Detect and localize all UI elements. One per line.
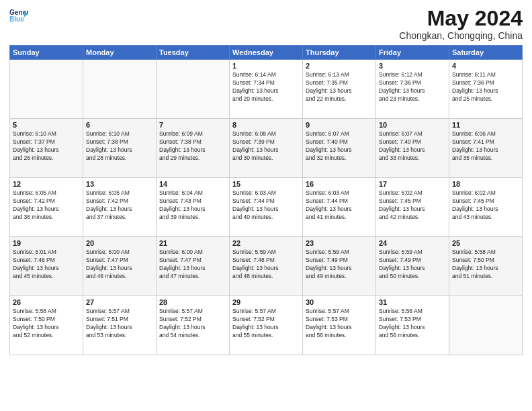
svg-text:Blue: Blue [9, 15, 24, 23]
day-number: 1 [232, 62, 300, 70]
day-info-text: Sunrise: 6:09 AM Sunset: 7:38 PM Dayligh… [159, 130, 226, 163]
day-info-text: Sunrise: 6:11 AM Sunset: 7:36 PM Dayligh… [452, 71, 519, 103]
day-info-text: Sunrise: 5:59 AM Sunset: 7:49 PM Dayligh… [379, 248, 446, 281]
day-number: 15 [232, 180, 300, 188]
day-cell-w3-d0: 19Sunrise: 6:01 AM Sunset: 7:46 PM Dayli… [10, 237, 83, 296]
day-number: 16 [306, 180, 373, 188]
col-thursday: Thursday [303, 46, 376, 60]
day-number: 29 [232, 298, 300, 306]
month-title: May 2024 [399, 7, 523, 30]
day-cell-w4-d1: 27Sunrise: 5:57 AM Sunset: 7:51 PM Dayli… [83, 296, 157, 355]
calendar-header-row: Sunday Monday Tuesday Wednesday Thursday… [10, 46, 523, 60]
day-number: 9 [306, 121, 373, 129]
location: Chongkan, Chongqing, China [399, 30, 523, 41]
day-cell-w0-d0 [10, 60, 83, 119]
day-info-text: Sunrise: 6:10 AM Sunset: 7:37 PM Dayligh… [13, 130, 80, 163]
week-row-0: 1Sunrise: 6:14 AM Sunset: 7:34 PM Daylig… [10, 60, 523, 119]
day-info-text: Sunrise: 6:07 AM Sunset: 7:40 PM Dayligh… [306, 130, 373, 163]
logo-icon: General Blue [9, 7, 28, 26]
day-cell-w1-d0: 5Sunrise: 6:10 AM Sunset: 7:37 PM Daylig… [10, 119, 83, 178]
day-number: 11 [452, 121, 519, 129]
day-info-text: Sunrise: 6:03 AM Sunset: 7:44 PM Dayligh… [306, 189, 373, 222]
day-number: 3 [379, 62, 446, 70]
day-number: 28 [159, 298, 226, 306]
day-cell-w2-d5: 17Sunrise: 6:02 AM Sunset: 7:45 PM Dayli… [376, 178, 449, 237]
day-cell-w3-d5: 24Sunrise: 5:59 AM Sunset: 7:49 PM Dayli… [376, 237, 449, 296]
day-cell-w2-d3: 15Sunrise: 6:03 AM Sunset: 7:44 PM Dayli… [230, 178, 303, 237]
day-number: 21 [159, 239, 226, 247]
day-cell-w1-d6: 11Sunrise: 6:06 AM Sunset: 7:41 PM Dayli… [449, 119, 523, 178]
day-info-text: Sunrise: 6:08 AM Sunset: 7:39 PM Dayligh… [232, 130, 300, 163]
col-tuesday: Tuesday [157, 46, 230, 60]
day-info-text: Sunrise: 5:57 AM Sunset: 7:53 PM Dayligh… [306, 308, 373, 340]
day-info-text: Sunrise: 6:14 AM Sunset: 7:34 PM Dayligh… [232, 71, 300, 103]
day-info-text: Sunrise: 6:01 AM Sunset: 7:46 PM Dayligh… [13, 248, 80, 281]
day-cell-w0-d1 [83, 60, 157, 119]
day-number: 18 [452, 180, 519, 188]
day-number: 30 [306, 298, 373, 306]
day-info-text: Sunrise: 6:00 AM Sunset: 7:47 PM Dayligh… [159, 248, 226, 281]
day-number: 27 [86, 298, 153, 306]
title-block: May 2024 Chongkan, Chongqing, China [399, 7, 523, 41]
day-info-text: Sunrise: 5:59 AM Sunset: 7:49 PM Dayligh… [306, 248, 373, 281]
day-cell-w3-d1: 20Sunrise: 6:00 AM Sunset: 7:47 PM Dayli… [83, 237, 157, 296]
day-info-text: Sunrise: 5:57 AM Sunset: 7:52 PM Dayligh… [232, 308, 300, 340]
day-number: 20 [86, 239, 153, 247]
day-cell-w0-d3: 1Sunrise: 6:14 AM Sunset: 7:34 PM Daylig… [230, 60, 303, 119]
day-number: 13 [86, 180, 153, 188]
col-wednesday: Wednesday [230, 46, 303, 60]
day-cell-w1-d1: 6Sunrise: 6:10 AM Sunset: 7:38 PM Daylig… [83, 119, 157, 178]
day-number: 12 [13, 180, 80, 188]
day-number: 6 [86, 121, 153, 129]
day-cell-w4-d2: 28Sunrise: 5:57 AM Sunset: 7:52 PM Dayli… [157, 296, 230, 355]
day-number: 7 [159, 121, 226, 129]
day-cell-w0-d4: 2Sunrise: 6:13 AM Sunset: 7:35 PM Daylig… [303, 60, 376, 119]
day-info-text: Sunrise: 6:05 AM Sunset: 7:42 PM Dayligh… [86, 189, 153, 222]
day-number: 10 [379, 121, 446, 129]
day-number: 8 [232, 121, 300, 129]
day-info-text: Sunrise: 5:57 AM Sunset: 7:51 PM Dayligh… [86, 308, 153, 340]
day-info-text: Sunrise: 6:02 AM Sunset: 7:45 PM Dayligh… [379, 189, 446, 222]
week-row-1: 5Sunrise: 6:10 AM Sunset: 7:37 PM Daylig… [10, 119, 523, 178]
day-cell-w4-d4: 30Sunrise: 5:57 AM Sunset: 7:53 PM Dayli… [303, 296, 376, 355]
day-number: 25 [452, 239, 519, 247]
day-number: 5 [13, 121, 80, 129]
col-friday: Friday [376, 46, 449, 60]
day-cell-w0-d2 [157, 60, 230, 119]
day-number: 24 [379, 239, 446, 247]
day-info-text: Sunrise: 5:59 AM Sunset: 7:48 PM Dayligh… [232, 248, 300, 281]
day-cell-w4-d5: 31Sunrise: 5:56 AM Sunset: 7:53 PM Dayli… [376, 296, 449, 355]
day-number: 4 [452, 62, 519, 70]
day-cell-w1-d4: 9Sunrise: 6:07 AM Sunset: 7:40 PM Daylig… [303, 119, 376, 178]
day-info-text: Sunrise: 6:10 AM Sunset: 7:38 PM Dayligh… [86, 130, 153, 163]
header: General Blue May 2024 Chongkan, Chongqin… [9, 7, 523, 41]
col-sunday: Sunday [10, 46, 83, 60]
day-number: 22 [232, 239, 300, 247]
week-row-4: 26Sunrise: 5:58 AM Sunset: 7:50 PM Dayli… [10, 296, 523, 355]
day-number: 31 [379, 298, 446, 306]
week-row-2: 12Sunrise: 6:05 AM Sunset: 7:42 PM Dayli… [10, 178, 523, 237]
day-info-text: Sunrise: 5:58 AM Sunset: 7:50 PM Dayligh… [13, 308, 80, 340]
day-number: 23 [306, 239, 373, 247]
day-cell-w0-d6: 4Sunrise: 6:11 AM Sunset: 7:36 PM Daylig… [449, 60, 523, 119]
day-info-text: Sunrise: 5:56 AM Sunset: 7:53 PM Dayligh… [379, 308, 446, 340]
day-info-text: Sunrise: 6:12 AM Sunset: 7:36 PM Dayligh… [379, 71, 446, 103]
day-info-text: Sunrise: 6:07 AM Sunset: 7:40 PM Dayligh… [379, 130, 446, 163]
day-info-text: Sunrise: 6:02 AM Sunset: 7:45 PM Dayligh… [452, 189, 519, 222]
day-cell-w1-d3: 8Sunrise: 6:08 AM Sunset: 7:39 PM Daylig… [230, 119, 303, 178]
day-info-text: Sunrise: 6:03 AM Sunset: 7:44 PM Dayligh… [232, 189, 300, 222]
day-cell-w3-d6: 25Sunrise: 5:58 AM Sunset: 7:50 PM Dayli… [449, 237, 523, 296]
day-cell-w3-d4: 23Sunrise: 5:59 AM Sunset: 7:49 PM Dayli… [303, 237, 376, 296]
day-info-text: Sunrise: 6:00 AM Sunset: 7:47 PM Dayligh… [86, 248, 153, 281]
week-row-3: 19Sunrise: 6:01 AM Sunset: 7:46 PM Dayli… [10, 237, 523, 296]
col-monday: Monday [83, 46, 157, 60]
calendar-table: Sunday Monday Tuesday Wednesday Thursday… [9, 45, 523, 355]
page: General Blue May 2024 Chongkan, Chongqin… [0, 0, 532, 411]
day-number: 17 [379, 180, 446, 188]
day-cell-w3-d2: 21Sunrise: 6:00 AM Sunset: 7:47 PM Dayli… [157, 237, 230, 296]
day-cell-w1-d5: 10Sunrise: 6:07 AM Sunset: 7:40 PM Dayli… [376, 119, 449, 178]
day-info-text: Sunrise: 5:58 AM Sunset: 7:50 PM Dayligh… [452, 248, 519, 281]
day-info-text: Sunrise: 6:04 AM Sunset: 7:43 PM Dayligh… [159, 189, 226, 222]
day-number: 2 [306, 62, 373, 70]
day-info-text: Sunrise: 5:57 AM Sunset: 7:52 PM Dayligh… [159, 308, 226, 340]
